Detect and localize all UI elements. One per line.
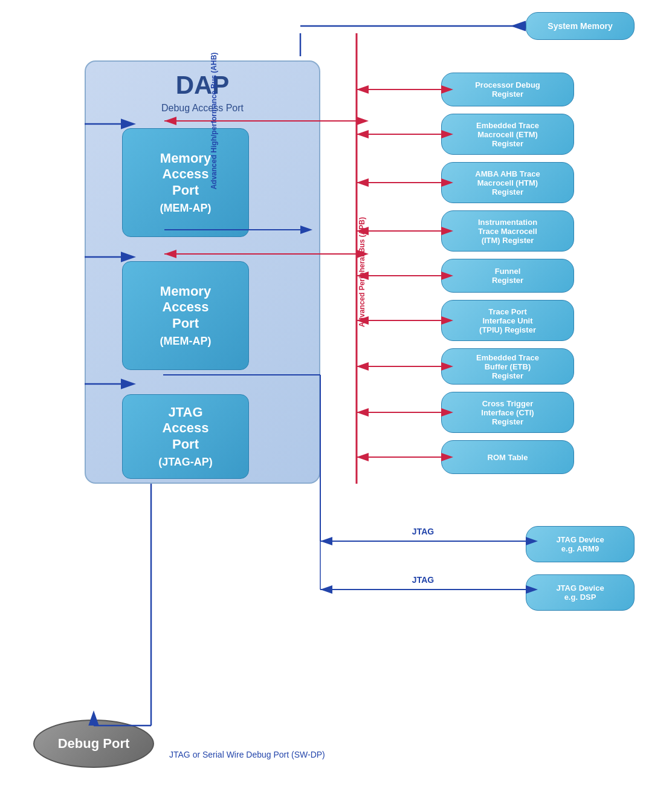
rom-table-label: ROM Table [488, 453, 528, 462]
funnel-label: FunnelRegister [492, 267, 523, 285]
rom-table-box: ROM Table [441, 440, 574, 474]
tpiu-label: Trace PortInterface Unit(TPIU) Register [479, 307, 536, 334]
mem-ap-2-box: MemoryAccessPort (MEM-AP) [122, 261, 249, 370]
htm-label: AMBA AHB TraceMacrocell (HTM)Register [475, 169, 540, 197]
jtag-ap-box: JTAGAccessPort (JTAG-AP) [122, 394, 249, 479]
jtag-ap-abbr: (JTAG-AP) [158, 456, 213, 469]
mem-ap-2-abbr: (MEM-AP) [160, 335, 212, 348]
funnel-box: FunnelRegister [441, 259, 574, 293]
jtag-arm9-box: JTAG Devicee.g. ARM9 [526, 526, 635, 562]
etb-box: Embedded TraceBuffer (ETB)Register [441, 348, 574, 385]
etb-label: Embedded TraceBuffer (ETB)Register [476, 353, 539, 380]
cti-box: Cross TriggerInterface (CTI)Register [441, 392, 574, 433]
dap-title: DAP [86, 73, 319, 98]
jtag-dsp-box: JTAG Devicee.g. DSP [526, 574, 635, 611]
mem-ap-2-name: MemoryAccessPort [160, 284, 211, 331]
debug-port: Debug Port [33, 720, 154, 768]
itm-label: InstrumentationTrace Macrocell(ITM) Regi… [478, 218, 537, 245]
mem-ap-1-box: MemoryAccessPort (MEM-AP) [122, 128, 249, 237]
mem-ap-1-abbr: (MEM-AP) [160, 202, 212, 215]
debug-port-subtitle: JTAG or Serial Wire Debug Port (SW-DP) [169, 750, 325, 759]
proc-debug-box: Processor DebugRegister [441, 73, 574, 106]
dap-container: DAP Debug Access Port MemoryAccessPort (… [85, 60, 320, 484]
dap-subtitle: Debug Access Port [86, 103, 319, 114]
htm-box: AMBA AHB TraceMacrocell (HTM)Register [441, 162, 574, 203]
cti-label: Cross TriggerInterface (CTI)Register [481, 399, 534, 426]
etm-box: Embedded TraceMacrocell (ETM)Register [441, 114, 574, 155]
debug-port-label: Debug Port [58, 736, 130, 752]
jtag-label-1: JTAG [412, 527, 434, 536]
jtag-dsp-label: JTAG Devicee.g. DSP [556, 583, 604, 602]
etm-label: Embedded TraceMacrocell (ETM)Register [476, 121, 539, 148]
itm-box: InstrumentationTrace Macrocell(ITM) Regi… [441, 210, 574, 252]
apb-bus-label: Advanced Peripheral Bus (APB) [358, 217, 366, 327]
mem-ap-1-name: MemoryAccessPort [160, 151, 211, 198]
system-memory-box: System Memory [526, 12, 635, 40]
diagram: DAP Debug Access Port MemoryAccessPort (… [0, 0, 672, 809]
system-memory-label: System Memory [548, 21, 612, 31]
jtag-arm9-label: JTAG Devicee.g. ARM9 [556, 535, 604, 553]
tpiu-box: Trace PortInterface Unit(TPIU) Register [441, 300, 574, 341]
proc-debug-label: Processor DebugRegister [475, 80, 540, 99]
jtag-ap-name: JTAGAccessPort [162, 405, 208, 452]
jtag-label-2: JTAG [412, 575, 434, 585]
